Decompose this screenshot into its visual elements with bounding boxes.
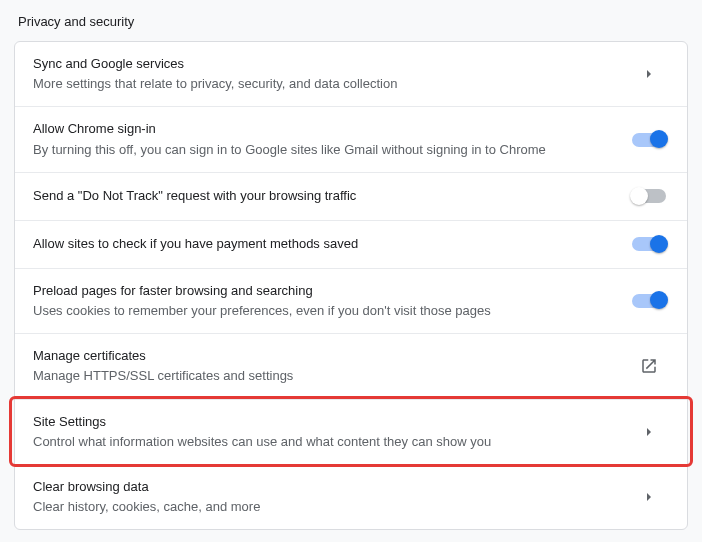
toggle-switch[interactable] — [629, 237, 669, 251]
row-text: Allow sites to check if you have payment… — [33, 235, 629, 253]
settings-row[interactable]: Clear browsing dataClear history, cookie… — [15, 465, 687, 529]
row-title: Allow Chrome sign-in — [33, 120, 609, 138]
row-subtitle: Uses cookies to remember your preference… — [33, 302, 609, 320]
row-title: Site Settings — [33, 413, 609, 431]
chevron-right-icon — [629, 70, 669, 78]
external-link-icon[interactable] — [629, 357, 669, 375]
row-title: Send a "Do Not Track" request with your … — [33, 187, 609, 205]
row-text: Sync and Google servicesMore settings th… — [33, 55, 629, 93]
row-subtitle: Manage HTTPS/SSL certificates and settin… — [33, 367, 609, 385]
row-title: Manage certificates — [33, 347, 609, 365]
row-text: Send a "Do Not Track" request with your … — [33, 187, 629, 205]
row-text: Preload pages for faster browsing and se… — [33, 282, 629, 320]
row-subtitle: By turning this off, you can sign in to … — [33, 141, 609, 159]
row-title: Allow sites to check if you have payment… — [33, 235, 609, 253]
settings-row[interactable]: Manage certificatesManage HTTPS/SSL cert… — [15, 334, 687, 399]
row-text: Clear browsing dataClear history, cookie… — [33, 478, 629, 516]
row-subtitle: Control what information websites can us… — [33, 433, 609, 451]
chevron-right-icon — [629, 428, 669, 436]
chevron-right-icon — [629, 493, 669, 501]
row-subtitle: More settings that relate to privacy, se… — [33, 75, 609, 93]
row-text: Allow Chrome sign-inBy turning this off,… — [33, 120, 629, 158]
row-subtitle: Clear history, cookies, cache, and more — [33, 498, 609, 516]
toggle-switch[interactable] — [629, 133, 669, 147]
settings-row[interactable]: Preload pages for faster browsing and se… — [15, 269, 687, 334]
settings-card: Sync and Google servicesMore settings th… — [14, 41, 688, 530]
toggle-switch[interactable] — [629, 189, 669, 203]
settings-row[interactable]: Send a "Do Not Track" request with your … — [15, 173, 687, 221]
row-title: Preload pages for faster browsing and se… — [33, 282, 609, 300]
page-title: Privacy and security — [0, 0, 702, 41]
settings-row[interactable]: Allow Chrome sign-inBy turning this off,… — [15, 107, 687, 172]
settings-row[interactable]: Site SettingsControl what information we… — [15, 400, 687, 465]
row-title: Clear browsing data — [33, 478, 609, 496]
settings-row[interactable]: Allow sites to check if you have payment… — [15, 221, 687, 269]
row-title: Sync and Google services — [33, 55, 609, 73]
row-text: Site SettingsControl what information we… — [33, 413, 629, 451]
row-text: Manage certificatesManage HTTPS/SSL cert… — [33, 347, 629, 385]
toggle-switch[interactable] — [629, 294, 669, 308]
settings-row[interactable]: Sync and Google servicesMore settings th… — [15, 42, 687, 107]
